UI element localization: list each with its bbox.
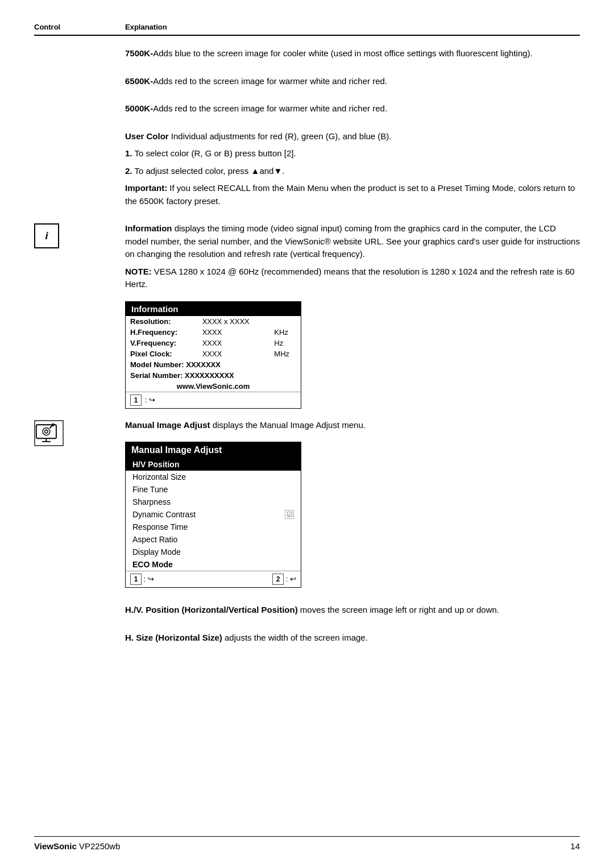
text-mia: Manual Image Adjust displays the Manual … [125,419,580,588]
model-name: VP2250wb [79,841,121,851]
icon-col-7500k [34,47,125,48]
label-6500k: 6500K- [125,76,153,86]
model-row: Model Number: XXXXXXX [126,359,301,370]
num-1-left: 1 [130,574,142,585]
num-2-right: 2 [272,574,284,585]
mia-item-label: Dynamic Contrast [132,510,196,519]
mia-item-response-time[interactable]: Response Time [126,521,301,533]
desc-7500k: Adds blue to the screen image for cooler… [153,48,533,58]
text-information: Information displays the timing mode (vi… [125,222,580,409]
info-icon-box: i [34,223,59,248]
hfreq-unit: KHz [269,327,301,338]
resolution-value: XXXX x XXXX [198,316,270,327]
icon-col-user-color [34,130,125,131]
explanation-header: Explanation [125,23,167,31]
svg-point-3 [43,427,50,435]
important-text: If you select RECALL from the Main Menu … [125,183,575,206]
svg-rect-0 [36,425,56,438]
information-intro: displays the timing mode (video signal i… [125,223,580,259]
table-row: Model Number: XXXXXXX [126,359,301,370]
pixel-unit: MHz [269,348,301,359]
mia-item-hv-position[interactable]: H/V Position [126,458,301,471]
h-size-text: adjusts the width of the screen image. [222,633,368,642]
label-5000k: 5000K- [125,103,153,113]
mia-item-fine-tune[interactable]: Fine Tune [126,483,301,496]
note-text: VESA 1280 x 1024 @ 60Hz (recommended) me… [125,267,575,289]
section-h-size-desc: H. Size (Horizontal Size) adjusts the wi… [34,632,580,649]
footer-left: 1 : ↪ [130,574,154,585]
mia-item-label: Sharpness [132,497,171,506]
text-5000k: 5000K-Adds red to the screen image for w… [125,102,580,120]
vfreq-label: V.Frequency: [126,338,198,348]
hv-position-text: moves the screen image left or right and… [298,605,499,614]
vfreq-value: XXXX [198,338,270,348]
control-header: Control [34,23,125,31]
hfreq-label: H.Frequency: [126,327,198,338]
camera-icon [35,422,63,445]
icon-col-hv [34,604,125,605]
desc-6500k: Adds red to the screen image for warmer … [153,76,387,86]
mia-item-dynamic-contrast[interactable]: Dynamic Contrast ☑ [126,508,301,521]
mia-box-title: Manual Image Adjust [126,442,301,458]
mia-intro: displays the Manual Image Adjust menu. [210,420,366,430]
user-color-label: User Color [125,131,169,141]
section-user-color: User Color Individual adjustments for re… [34,130,580,213]
mia-item-aspect-ratio[interactable]: Aspect Ratio [126,533,301,546]
footer-num-box: 1 [130,394,142,406]
mia-footer: 1 : ↪ 2 : ↩ [126,571,301,587]
information-box: Information Resolution: XXXX x XXXX H.Fr… [125,301,301,409]
brand-name: ViewSonic [34,841,77,851]
hfreq-value: XXXX [198,327,270,338]
dynamic-contrast-checkbox[interactable]: ☑ [285,510,294,519]
mia-item-label: Response Time [132,522,188,531]
pixel-value: XXXX [198,348,270,359]
footer-arrow: : ↪ [145,396,155,404]
page-number: 14 [570,841,580,851]
section-7500k: 7500K-Adds blue to the screen image for … [34,47,580,65]
user-color-desc1: Individual adjustments for red (R), gree… [171,131,392,141]
mia-item-horizontal-size[interactable]: Horizontal Size [126,471,301,483]
mia-item-label: H/V Position [132,460,179,469]
info-footer: 1 : ↪ [126,392,301,408]
icon-col-information: i [34,222,125,248]
text-7500k: 7500K-Adds blue to the screen image for … [125,47,580,65]
num-1: 1 [130,394,142,406]
mia-item-sharpness[interactable]: Sharpness [126,496,301,508]
section-6500k: 6500K-Adds red to the screen image for w… [34,75,580,93]
step1-text: To select color (R, G or B) press button… [134,148,296,158]
page: Control Explanation 7500K-Adds blue to t… [0,0,614,868]
footer-right: 2 : ↩ [272,574,296,585]
text-6500k: 6500K-Adds red to the screen image for w… [125,75,580,93]
icon-col-hsize [34,632,125,633]
important-bold: Important: [125,183,167,193]
manual-image-adjust-box: Manual Image Adjust H/V Position Horizon… [125,442,301,588]
desc-5000k: Adds red to the screen image for warmer … [153,103,387,113]
info-box-title: Information [126,302,301,316]
text-hv-position: H./V. Position (Horizontal/Vertical Posi… [125,604,580,621]
url-row: www.ViewSonic.com [126,381,301,392]
mia-item-label: Aspect Ratio [132,535,177,544]
mia-item-eco-mode[interactable]: ECO Mode [126,558,301,571]
table-row: Pixel Clock: XXXX MHz [126,348,301,359]
arrows: ▲and▼. [251,166,285,176]
icon-col-mia [34,419,125,446]
h-size-bold: H. Size (Horizontal Size) [125,633,222,642]
icon-col-6500k [34,75,125,76]
table-row: Serial Number: XXXXXXXXXX [126,370,301,381]
footer-brand-model: ViewSonic VP2250wb [34,841,121,851]
info-icon: i [45,230,48,242]
table-header: Control Explanation [34,23,580,36]
table-row: V.Frequency: XXXX Hz [126,338,301,348]
svg-point-4 [45,430,48,433]
step2-bold: 2. [125,166,132,176]
info-table: Resolution: XXXX x XXXX H.Frequency: XXX… [126,316,301,392]
mia-label: Manual Image Adjust [125,420,210,430]
text-user-color: User Color Individual adjustments for re… [125,130,580,213]
section-information: i Information displays the timing mode (… [34,222,580,409]
mia-item-label: Fine Tune [132,485,168,494]
serial-row: Serial Number: XXXXXXXXXX [126,370,301,381]
label-7500k: 7500K- [125,48,153,58]
mia-item-display-mode[interactable]: Display Mode [126,546,301,558]
table-row: www.ViewSonic.com [126,381,301,392]
camera-icon-box [34,420,64,446]
